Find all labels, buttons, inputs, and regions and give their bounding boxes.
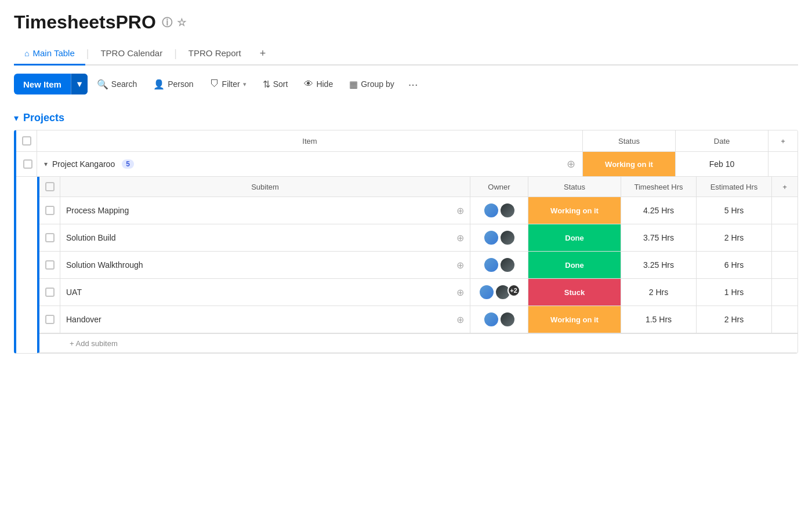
person-label: Person [168,79,193,89]
sub-name-0: Process Mapping ⊕ [60,197,470,224]
status-col-label: Status [618,137,640,146]
subitems-container: Subitem Owner Status Timesheet Hrs Estim… [37,177,798,353]
sub-add-icon-3[interactable]: ⊕ [456,287,464,298]
sub-timesheet-val-2: 3.25 Hrs [643,260,674,270]
sub-col-timesheet-hrs: Timesheet Hrs [621,177,697,197]
sub-name-1: Solution Build ⊕ [60,224,470,251]
sub-col-add-2 [772,252,798,278]
row-checkbox[interactable] [23,159,32,169]
sub-estimated-val-2: 6 Hrs [724,260,744,270]
sub-table-row: Solution Walkthrough ⊕ Done 3.25 Hrs 6 H [39,252,798,279]
sub-status-0[interactable]: Working on it [528,197,621,224]
tab-tpro-calendar[interactable]: TPRO Calendar [90,42,173,66]
group-collapse-icon[interactable]: ▾ [14,112,19,123]
sub-timesheet-val-4: 1.5 Hrs [646,315,672,324]
app-header: TimesheetsPRO ⓘ ☆ ⌂ Main Table | TPRO Ca… [0,0,812,66]
sort-label: Sort [273,79,288,89]
search-button[interactable]: 🔍 Search [90,74,144,94]
date-col-label: Date [714,137,730,146]
row-expand-icon[interactable]: ▾ [44,160,48,168]
col-add-header[interactable]: + [768,130,798,151]
add-subitem-inline-icon[interactable]: ⊕ [567,158,575,170]
toolbar: New Item ▾ 🔍 Search 👤 Person ⛉ Filter ▾ … [0,66,812,103]
add-tab-button[interactable]: + [252,43,274,64]
sub-col-add-4 [772,306,798,333]
row-item-badge: 5 [122,159,134,169]
sub-checkbox-1 [39,224,60,251]
sub-select-all-checkbox[interactable] [45,182,55,191]
home-icon: ⌂ [24,49,29,58]
sub-add-icon-1[interactable]: ⊕ [456,232,464,243]
add-subitem-label[interactable]: + Add subitem [70,339,792,348]
new-item-button[interactable]: New Item ▾ [14,74,88,94]
sub-estimated-4: 2 Hrs [697,306,772,333]
sub-estimated-val-1: 2 Hrs [724,233,744,242]
sort-icon: ⇅ [263,79,270,90]
sub-timesheet-1: 3.75 Hrs [621,224,697,251]
search-label: Search [111,79,137,89]
filter-button[interactable]: ⛉ Filter ▾ [203,74,253,94]
main-content: ▾ Projects Item Status Date + [0,103,812,363]
sub-timesheet-2: 3.25 Hrs [621,252,697,278]
sub-name-2: Solution Walkthrough ⊕ [60,252,470,278]
sub-status-badge-4: Working on it [528,306,621,333]
col-date-header: Date [676,130,768,151]
person-button[interactable]: 👤 Person [146,74,200,94]
hide-button[interactable]: 👁 Hide [297,74,340,94]
sub-owner-0 [470,197,528,224]
sub-owner-4 [470,306,528,333]
sub-row-4-checkbox[interactable] [45,315,55,324]
sub-row-2-checkbox[interactable] [45,260,55,270]
sub-owner-3: +2 [470,279,528,306]
sub-name-3: UAT ⊕ [60,279,470,306]
tab-main-table[interactable]: ⌂ Main Table [14,42,85,66]
group-by-icon: ▦ [349,79,358,90]
sub-add-icon-2[interactable]: ⊕ [456,260,464,271]
sub-owner-label: Owner [488,183,510,191]
sub-timesheet-label: Timesheet Hrs [634,183,683,191]
group-title[interactable]: Projects [23,112,64,124]
sub-table-row: UAT ⊕ +2 Stuck 2 Hrs 1 Hrs [39,279,798,306]
sub-col-add-0 [772,197,798,224]
filter-arrow-icon: ▾ [243,81,246,88]
select-all-checkbox[interactable] [22,136,31,146]
sub-timesheet-val-3: 2 Hrs [649,288,668,297]
sub-status-2[interactable]: Done [528,252,621,278]
sub-add-icon-0[interactable]: ⊕ [456,205,464,216]
sub-status-badge-3: Stuck [528,279,621,306]
sub-table-row: Handover ⊕ Working on it 1.5 Hrs 2 Hrs [39,306,798,333]
avatar-overflow-badge-3: +2 [507,284,520,297]
sub-status-4[interactable]: Working on it [528,306,621,333]
app-title-bar: TimesheetsPRO ⓘ ☆ [14,12,798,33]
more-options-button[interactable]: ··· [404,75,423,93]
sub-row-0-checkbox[interactable] [45,206,55,215]
avatar-2-1 [483,257,499,273]
sub-status-3[interactable]: Stuck [528,279,621,306]
tab-tpro-report[interactable]: TPRO Report [178,42,252,66]
avatar-group-2 [483,257,516,273]
sub-row-3-checkbox[interactable] [45,288,55,297]
row-status-cell[interactable]: Working on it [583,152,676,176]
sub-timesheet-4: 1.5 Hrs [621,306,697,333]
main-table: Item Status Date + ▾ Project Kangaroo 5 … [14,130,798,354]
col-checkbox-header [16,130,37,151]
sub-row-4-name: Handover [66,315,102,324]
new-item-arrow[interactable]: ▾ [71,74,88,94]
star-icon[interactable]: ☆ [177,16,186,29]
sub-checkbox-4 [39,306,60,333]
add-subitem-row[interactable]: + Add subitem [39,333,798,352]
sub-timesheet-3: 2 Hrs [621,279,697,306]
info-icon[interactable]: ⓘ [162,16,172,30]
sort-button[interactable]: ⇅ Sort [256,74,295,94]
sub-col-add[interactable]: + [772,177,798,197]
sub-status-badge-1: Done [528,224,621,251]
sub-row-1-checkbox[interactable] [45,233,55,242]
group-by-button[interactable]: ▦ Group by [342,74,401,94]
app-title-text: TimesheetsPRO [14,12,156,33]
sub-add-icon-4[interactable]: ⊕ [456,314,464,325]
col-item-header: Item [37,130,583,151]
sub-estimated-0: 5 Hrs [697,197,772,224]
sub-status-1[interactable]: Done [528,224,621,251]
search-icon: 🔍 [97,79,108,90]
sub-row-2-name: Solution Walkthrough [66,260,143,270]
